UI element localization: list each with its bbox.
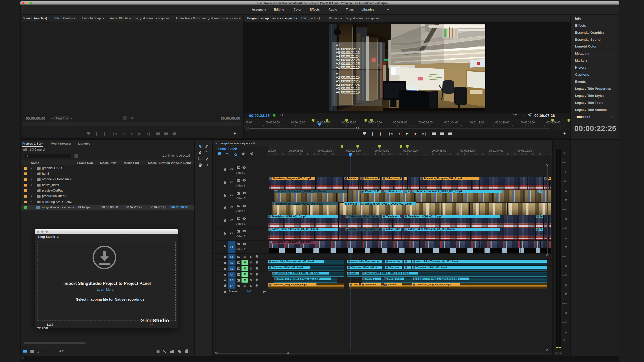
svg-text:V5 00:00:21:13: V5 00:00:21:13 xyxy=(336,51,360,55)
svg-text:A1: A1 xyxy=(336,72,340,76)
svg-text:A3 00:00:22:25: A3 00:00:22:25 xyxy=(336,79,360,83)
svg-text:A6 00:00:22:19: A6 00:00:22:19 xyxy=(336,90,360,94)
svg-text:V3 00:00:22:25: V3 00:00:22:25 xyxy=(336,58,360,62)
svg-text:A2 00:00:22:25: A2 00:00:22:25 xyxy=(336,75,360,79)
svg-text:A5 00:00:21:13: A5 00:00:21:13 xyxy=(336,86,360,90)
svg-text:V1 00:00:22:16: V1 00:00:22:16 xyxy=(336,65,360,69)
svg-text:V7: V7 xyxy=(336,43,340,47)
svg-text:V2 00:00:22:25: V2 00:00:22:25 xyxy=(336,62,360,66)
